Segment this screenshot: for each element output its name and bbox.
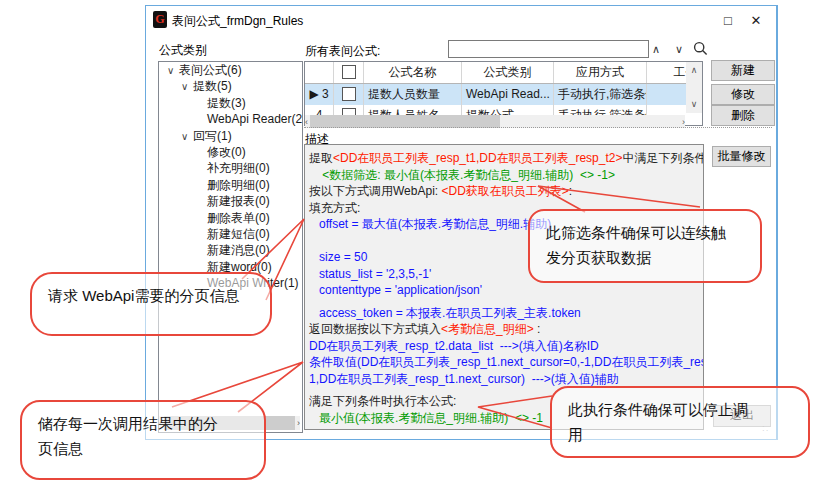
description-segment: access_token = 本报表.在职员工列表_主表.token [309, 306, 581, 320]
description-segment: <考勤信息_明细> [441, 322, 534, 336]
tree-item-label: 补充明细(0) [207, 161, 270, 175]
tree-item-label: 回写(1) [193, 129, 232, 143]
grid-header-row: 公式名称公式类别应用方式工作流 [305, 62, 702, 84]
description-segment: 返回数据按以下方式填入 [309, 322, 441, 336]
grid-vertical-scrollbar[interactable]: ∧ ∨ [686, 62, 702, 113]
tree-item[interactable]: 补充明细(0) [159, 160, 302, 176]
description-line: <数据筛选: 最小值(本报表.考勤信息_明细.辅助) <> -1> [309, 167, 699, 184]
search-icon[interactable] [693, 41, 708, 56]
tree-item-label: 删除表单(0) [207, 211, 270, 225]
description-segment: 按以下方式调用WebApi: [309, 184, 441, 198]
description-segment: offset = 最大值(本报表.考勤信息_明细.辅助) [309, 217, 551, 231]
expand-arrow-icon[interactable]: ∨ [181, 79, 193, 95]
description-line: 1,DD在职员工列表_resp_t1.next_cursor) --->(填入值… [309, 371, 699, 388]
grid-cell: 提数人员数量 [364, 84, 462, 105]
description-segment: 条件取值(DD在职员工列表_resp_t1.next_cursor=0,-1,D… [309, 355, 704, 369]
category-tree: ∨表间公式(6)∨提数(5)提数(3)WebApi Reader(2)∨回写(1… [158, 61, 303, 433]
description-line: contenttype = 'application/json' [309, 282, 699, 299]
annotation-callout: 此执行条件确保可以停止调用 [550, 386, 810, 458]
description-segment: <数据筛选: 最小值(本报表.考勤信息_明细.辅助) <> -1> [309, 168, 615, 182]
tree-item[interactable]: 修改(0) [159, 144, 302, 160]
tree-item-label: 新建报表(0) [207, 194, 270, 208]
app-icon: G [153, 11, 167, 28]
annotation-text: 储存每一次调用结果中的分 [38, 411, 248, 436]
tree-item-label: 表间公式(6) [179, 63, 242, 77]
grid-row[interactable]: ▶ 3提数人员数量WebApi Read...手动执行,筛选条件改变...考 [305, 84, 702, 105]
tree-item-label: 删除明细(0) [207, 178, 270, 192]
description-segment: 填充方式: [309, 201, 360, 215]
description-line: 按以下方式调用WebApi: <DD获取在职员工列表>: [309, 183, 699, 200]
tree-item[interactable]: 删除表单(0) [159, 210, 302, 226]
expand-arrow-icon[interactable]: ∨ [181, 129, 193, 145]
column-header[interactable]: 公式类别 [462, 62, 554, 83]
tree-item[interactable]: 提数(3) [159, 95, 302, 111]
search-input[interactable] [448, 40, 649, 58]
description-line: 条件取值(DD在职员工列表_resp_t1.next_cursor=0,-1,D… [309, 354, 699, 371]
column-header[interactable]: 应用方式 [554, 62, 647, 83]
scroll-left-icon[interactable]: ‹ [305, 117, 308, 127]
row-select-cell [334, 84, 364, 105]
scroll-right-icon[interactable]: › [297, 418, 300, 428]
annotation-text: 此执行条件确保可以停止调 [568, 397, 792, 422]
grid-header-row: 公式名称公式类别应用方式工作流 [305, 62, 702, 84]
description-segment: : [569, 184, 572, 198]
description-line: access_token = 本报表.在职员工列表_主表.token [309, 305, 699, 322]
search-next-button[interactable]: ∨ [675, 43, 683, 56]
expand-arrow-icon[interactable]: ∨ [167, 63, 179, 79]
tree-item[interactable]: WebApi Reader(2) [159, 111, 302, 127]
annotation-callout: 储存每一次调用结果中的分页信息 [20, 400, 266, 480]
tree-item[interactable]: 新建消息(0) [159, 242, 302, 258]
grid-cell: WebApi Read... [462, 84, 554, 105]
tree-item[interactable]: 删除明细(0) [159, 177, 302, 193]
annotation-text: 发分页获取数据 [546, 245, 744, 270]
select-all-cell [334, 62, 364, 83]
description-segment: contenttype = 'application/json' [309, 283, 482, 297]
description-segment: 1,DD在职员工列表_resp_t1.next_cursor) --->(填入值… [309, 372, 619, 386]
row-checkbox[interactable] [342, 87, 356, 101]
description-segment: 提取 [309, 151, 333, 165]
category-panel-label: 公式类别 [159, 42, 207, 59]
tree-item[interactable]: 新建短信(0) [159, 226, 302, 242]
maximize-button[interactable]: □ [716, 11, 740, 31]
all-formulas-label: 所有表间公式: [305, 43, 380, 60]
description-line: DD在职员工列表_resp_t2.data_list --->(填入值)名称ID [309, 338, 699, 355]
scroll-up-icon[interactable]: ∧ [686, 62, 702, 78]
description-segment: DD在职员工列表_resp_t2.data_list --->(填入值)名称ID [309, 339, 599, 353]
section-separator [304, 127, 772, 128]
description-line: 提取<DD在职员工列表_resp_t1,DD在职员工列表_resp_t2>中满足… [309, 150, 699, 167]
delete-button[interactable]: 删除 [711, 105, 775, 126]
title-bar: G 表间公式_frmDgn_Rules □ ✕ [146, 6, 776, 34]
annotation-callout: 此筛选条件确保可以连续触发分页获取数据 [528, 209, 762, 283]
description-segment: 满足下列条件时执行本公式: [309, 394, 456, 408]
tree-item-label: 新建短信(0) [207, 227, 270, 241]
scroll-right-icon[interactable]: › [682, 117, 685, 127]
row-indicator-header [305, 62, 334, 83]
annotation-text: 用 [568, 422, 792, 447]
batch-modify-button[interactable]: 批量修改 [712, 146, 771, 167]
close-button[interactable]: ✕ [744, 11, 768, 31]
grid-cell: 手动执行,筛选条件改变... [554, 84, 647, 105]
tree-item-label: 新建消息(0) [207, 243, 270, 257]
tree-item[interactable]: ∨回写(1) [159, 128, 302, 144]
scroll-down-icon[interactable]: ∨ [686, 96, 702, 112]
column-header[interactable]: 公式名称 [364, 62, 462, 83]
description-segment: 中满足下列条件的数据: [622, 151, 704, 165]
annotation-text: 此筛选条件确保可以连续触 [546, 220, 744, 245]
tree-item-label: 修改(0) [207, 145, 246, 159]
window-title: 表间公式_frmDgn_Rules [172, 13, 303, 30]
new-button[interactable]: 新建 [711, 60, 775, 81]
modify-button[interactable]: 修改 [711, 84, 775, 105]
search-prev-button[interactable]: ∧ [652, 43, 660, 56]
tree-item[interactable]: 新建报表(0) [159, 193, 302, 209]
tree-item-label: WebApi Reader(2) [207, 112, 303, 126]
annotation-callout: 请求 WebApi需要的分页信息 [30, 272, 272, 336]
description-segment: : [534, 322, 541, 336]
row-indicator: ▶ 3 [305, 84, 334, 105]
annotation-text: 请求 WebApi需要的分页信息 [48, 283, 254, 308]
description-segment: status_list = '2,3,5,-1' [309, 267, 431, 281]
tree-item[interactable]: ∨提数(5) [159, 78, 302, 94]
description-segment: 最小值(本报表.考勤信息_明细.辅助) <> -1 [309, 411, 543, 425]
select-all-checkbox[interactable] [342, 65, 356, 79]
description-line: 返回数据按以下方式填入<考勤信息_明细> : [309, 321, 699, 338]
tree-item[interactable]: ∨表间公式(6) [159, 62, 302, 78]
